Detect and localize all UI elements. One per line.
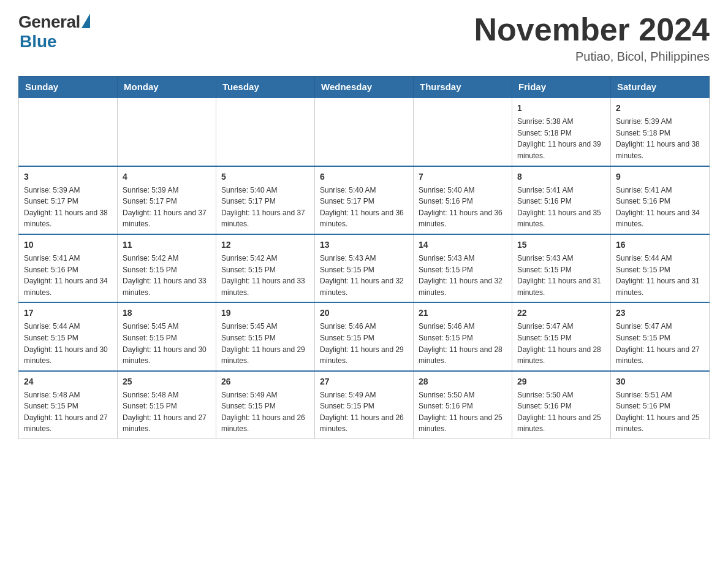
cell-info: Sunrise: 5:50 AM Sunset: 5:16 PM Dayligh… bbox=[517, 389, 605, 435]
day-number: 24 bbox=[24, 375, 112, 388]
cell-info: Sunrise: 5:48 AM Sunset: 5:15 PM Dayligh… bbox=[24, 389, 112, 435]
calendar-cell bbox=[118, 98, 216, 166]
day-number: 27 bbox=[320, 375, 408, 388]
cell-info: Sunrise: 5:46 AM Sunset: 5:15 PM Dayligh… bbox=[419, 321, 507, 366]
day-number: 19 bbox=[221, 307, 309, 320]
weekday-header-monday: Monday bbox=[118, 77, 216, 98]
cell-info: Sunrise: 5:48 AM Sunset: 5:15 PM Dayligh… bbox=[123, 389, 211, 435]
calendar-cell: 18Sunrise: 5:45 AM Sunset: 5:15 PM Dayli… bbox=[118, 302, 216, 370]
calendar-cell: 12Sunrise: 5:42 AM Sunset: 5:15 PM Dayli… bbox=[216, 234, 315, 302]
calendar-table: SundayMondayTuesdayWednesdayThursdayFrid… bbox=[18, 76, 710, 439]
calendar-cell: 5Sunrise: 5:40 AM Sunset: 5:17 PM Daylig… bbox=[216, 166, 315, 234]
week-row-4: 17Sunrise: 5:44 AM Sunset: 5:15 PM Dayli… bbox=[19, 302, 710, 370]
logo-triangle-icon bbox=[82, 13, 90, 28]
weekday-header-friday: Friday bbox=[512, 77, 611, 98]
calendar-cell: 25Sunrise: 5:48 AM Sunset: 5:15 PM Dayli… bbox=[118, 371, 216, 439]
day-number: 9 bbox=[616, 170, 704, 183]
cell-info: Sunrise: 5:47 AM Sunset: 5:15 PM Dayligh… bbox=[616, 321, 704, 366]
day-number: 5 bbox=[221, 170, 309, 183]
calendar-cell: 4Sunrise: 5:39 AM Sunset: 5:17 PM Daylig… bbox=[118, 166, 216, 234]
cell-info: Sunrise: 5:49 AM Sunset: 5:15 PM Dayligh… bbox=[221, 389, 309, 435]
calendar-cell: 8Sunrise: 5:41 AM Sunset: 5:16 PM Daylig… bbox=[512, 166, 611, 234]
weekday-header-sunday: Sunday bbox=[19, 77, 118, 98]
cell-info: Sunrise: 5:42 AM Sunset: 5:15 PM Dayligh… bbox=[221, 253, 309, 298]
day-number: 10 bbox=[24, 239, 112, 251]
calendar-cell: 19Sunrise: 5:45 AM Sunset: 5:15 PM Dayli… bbox=[216, 302, 315, 370]
cell-info: Sunrise: 5:44 AM Sunset: 5:15 PM Dayligh… bbox=[616, 253, 704, 298]
calendar-cell: 6Sunrise: 5:40 AM Sunset: 5:17 PM Daylig… bbox=[315, 166, 414, 234]
cell-info: Sunrise: 5:45 AM Sunset: 5:15 PM Dayligh… bbox=[123, 321, 211, 366]
calendar-cell: 15Sunrise: 5:43 AM Sunset: 5:15 PM Dayli… bbox=[512, 234, 611, 302]
logo-blue-text: Blue bbox=[20, 32, 57, 52]
day-number: 16 bbox=[616, 239, 704, 251]
calendar-cell: 13Sunrise: 5:43 AM Sunset: 5:15 PM Dayli… bbox=[315, 234, 414, 302]
calendar-cell bbox=[414, 98, 512, 166]
cell-info: Sunrise: 5:43 AM Sunset: 5:15 PM Dayligh… bbox=[320, 253, 408, 298]
week-row-5: 24Sunrise: 5:48 AM Sunset: 5:15 PM Dayli… bbox=[19, 371, 710, 439]
cell-info: Sunrise: 5:43 AM Sunset: 5:15 PM Dayligh… bbox=[419, 253, 507, 298]
day-number: 30 bbox=[616, 375, 704, 388]
cell-info: Sunrise: 5:39 AM Sunset: 5:18 PM Dayligh… bbox=[616, 116, 704, 161]
calendar-cell bbox=[315, 98, 414, 166]
cell-info: Sunrise: 5:41 AM Sunset: 5:16 PM Dayligh… bbox=[24, 253, 112, 298]
cell-info: Sunrise: 5:50 AM Sunset: 5:16 PM Dayligh… bbox=[419, 389, 507, 435]
week-row-1: 1Sunrise: 5:38 AM Sunset: 5:18 PM Daylig… bbox=[19, 98, 710, 166]
day-number: 2 bbox=[616, 102, 704, 115]
week-row-3: 10Sunrise: 5:41 AM Sunset: 5:16 PM Dayli… bbox=[19, 234, 710, 302]
cell-info: Sunrise: 5:42 AM Sunset: 5:15 PM Dayligh… bbox=[123, 253, 211, 298]
cell-info: Sunrise: 5:47 AM Sunset: 5:15 PM Dayligh… bbox=[517, 321, 605, 366]
page-header: General Blue November 2024 Putiao, Bicol… bbox=[18, 12, 710, 64]
weekday-header-thursday: Thursday bbox=[414, 77, 512, 98]
day-number: 13 bbox=[320, 239, 408, 251]
location-subtitle: Putiao, Bicol, Philippines bbox=[474, 50, 710, 64]
day-number: 22 bbox=[517, 307, 605, 320]
day-number: 14 bbox=[419, 239, 507, 251]
cell-info: Sunrise: 5:38 AM Sunset: 5:18 PM Dayligh… bbox=[517, 116, 605, 161]
title-area: November 2024 Putiao, Bicol, Philippines bbox=[474, 12, 710, 64]
cell-info: Sunrise: 5:49 AM Sunset: 5:15 PM Dayligh… bbox=[320, 389, 408, 435]
cell-info: Sunrise: 5:41 AM Sunset: 5:16 PM Dayligh… bbox=[616, 185, 704, 230]
cell-info: Sunrise: 5:46 AM Sunset: 5:15 PM Dayligh… bbox=[320, 321, 408, 366]
cell-info: Sunrise: 5:39 AM Sunset: 5:17 PM Dayligh… bbox=[123, 185, 211, 230]
calendar-cell: 24Sunrise: 5:48 AM Sunset: 5:15 PM Dayli… bbox=[19, 371, 118, 439]
calendar-cell: 17Sunrise: 5:44 AM Sunset: 5:15 PM Dayli… bbox=[19, 302, 118, 370]
cell-info: Sunrise: 5:45 AM Sunset: 5:15 PM Dayligh… bbox=[221, 321, 309, 366]
calendar-cell: 20Sunrise: 5:46 AM Sunset: 5:15 PM Dayli… bbox=[315, 302, 414, 370]
calendar-cell bbox=[19, 98, 118, 166]
calendar-cell bbox=[216, 98, 315, 166]
day-number: 29 bbox=[517, 375, 605, 388]
day-number: 17 bbox=[24, 307, 112, 320]
month-title: November 2024 bbox=[474, 12, 710, 47]
week-row-2: 3Sunrise: 5:39 AM Sunset: 5:17 PM Daylig… bbox=[19, 166, 710, 234]
day-number: 26 bbox=[221, 375, 309, 388]
calendar-cell: 27Sunrise: 5:49 AM Sunset: 5:15 PM Dayli… bbox=[315, 371, 414, 439]
calendar-cell: 9Sunrise: 5:41 AM Sunset: 5:16 PM Daylig… bbox=[611, 166, 710, 234]
calendar-cell: 10Sunrise: 5:41 AM Sunset: 5:16 PM Dayli… bbox=[19, 234, 118, 302]
weekday-header-tuesday: Tuesday bbox=[216, 77, 315, 98]
cell-info: Sunrise: 5:51 AM Sunset: 5:16 PM Dayligh… bbox=[616, 389, 704, 435]
calendar-cell: 29Sunrise: 5:50 AM Sunset: 5:16 PM Dayli… bbox=[512, 371, 611, 439]
calendar-cell: 26Sunrise: 5:49 AM Sunset: 5:15 PM Dayli… bbox=[216, 371, 315, 439]
cell-info: Sunrise: 5:40 AM Sunset: 5:17 PM Dayligh… bbox=[320, 185, 408, 230]
calendar-cell: 2Sunrise: 5:39 AM Sunset: 5:18 PM Daylig… bbox=[611, 98, 710, 166]
day-number: 20 bbox=[320, 307, 408, 320]
day-number: 21 bbox=[419, 307, 507, 320]
calendar-cell: 14Sunrise: 5:43 AM Sunset: 5:15 PM Dayli… bbox=[414, 234, 512, 302]
calendar-cell: 7Sunrise: 5:40 AM Sunset: 5:16 PM Daylig… bbox=[414, 166, 512, 234]
weekday-header-row: SundayMondayTuesdayWednesdayThursdayFrid… bbox=[19, 77, 710, 98]
logo-general-text: General bbox=[18, 12, 80, 32]
calendar-cell: 30Sunrise: 5:51 AM Sunset: 5:16 PM Dayli… bbox=[611, 371, 710, 439]
weekday-header-wednesday: Wednesday bbox=[315, 77, 414, 98]
day-number: 18 bbox=[123, 307, 211, 320]
day-number: 28 bbox=[419, 375, 507, 388]
logo: General Blue bbox=[18, 12, 90, 52]
calendar-cell: 22Sunrise: 5:47 AM Sunset: 5:15 PM Dayli… bbox=[512, 302, 611, 370]
day-number: 23 bbox=[616, 307, 704, 320]
calendar-cell: 1Sunrise: 5:38 AM Sunset: 5:18 PM Daylig… bbox=[512, 98, 611, 166]
calendar-cell: 3Sunrise: 5:39 AM Sunset: 5:17 PM Daylig… bbox=[19, 166, 118, 234]
cell-info: Sunrise: 5:43 AM Sunset: 5:15 PM Dayligh… bbox=[517, 253, 605, 298]
calendar-cell: 16Sunrise: 5:44 AM Sunset: 5:15 PM Dayli… bbox=[611, 234, 710, 302]
day-number: 12 bbox=[221, 239, 309, 251]
day-number: 25 bbox=[123, 375, 211, 388]
day-number: 8 bbox=[517, 170, 605, 183]
